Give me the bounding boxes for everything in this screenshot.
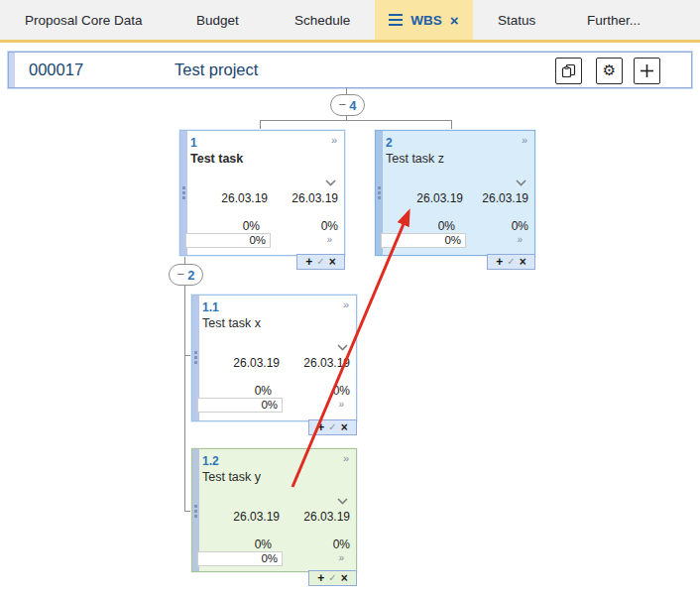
card-id: 1.2 — [202, 454, 219, 468]
header-grip-strip — [9, 53, 15, 87]
start-date: 26.03.19 — [192, 356, 280, 370]
wbs-card-1[interactable]: 1 » Test task 26.03.19 26.03.19 0% 0% 0%… — [179, 130, 345, 256]
percent-right: 0% — [333, 537, 350, 551]
connector-drop-card2 — [451, 120, 452, 130]
percent-input[interactable]: 0% — [381, 233, 466, 248]
connector-sub-trunk — [184, 284, 185, 511]
more-chevron-icon[interactable]: » — [343, 298, 349, 311]
more-chevron-icon[interactable]: » — [338, 552, 344, 564]
chevron-down-icon[interactable] — [516, 173, 526, 190]
card-title: Test task — [190, 152, 243, 166]
tab-wbs[interactable]: WBS × — [375, 0, 473, 40]
more-chevron-icon[interactable]: » — [343, 452, 349, 465]
start-date: 26.03.19 — [376, 191, 463, 205]
more-chevron-icon[interactable]: » — [522, 134, 527, 147]
connector-stub-card11 — [184, 355, 191, 356]
wbs-card-2[interactable]: 2 » Test task z 26.03.19 26.03.19 0% 0% … — [375, 130, 535, 256]
more-chevron-icon[interactable]: » — [326, 234, 332, 246]
paste-button[interactable] — [555, 58, 582, 84]
wbs-card-1-1[interactable]: 1.1 » Test task x 26.03.19 26.03.19 0% 0… — [191, 295, 357, 421]
collapse-minus: − — [339, 98, 347, 111]
tab-wbs-label: WBS — [410, 13, 442, 28]
delete-icon[interactable]: × — [341, 421, 348, 433]
card-id: 1.1 — [202, 300, 219, 314]
end-date: 26.03.19 — [303, 510, 350, 524]
percent-left: 0% — [192, 537, 272, 551]
percent-input[interactable]: 0% — [197, 398, 283, 413]
wbs-app-window: Proposal Core Data Budget Schedule WBS ×… — [0, 0, 700, 596]
tab-status[interactable]: Status — [498, 0, 535, 40]
delete-icon[interactable]: × — [520, 256, 526, 268]
chevron-down-icon[interactable] — [337, 491, 348, 509]
delete-icon[interactable]: × — [341, 572, 348, 584]
project-number: 000017 — [29, 60, 83, 79]
add-icon[interactable]: + — [317, 421, 324, 433]
add-node-button[interactable] — [634, 58, 660, 84]
chevron-down-icon[interactable] — [325, 173, 336, 190]
tab-bar: Proposal Core Data Budget Schedule WBS ×… — [0, 0, 700, 40]
connector-stub-card12 — [184, 511, 191, 512]
check-icon[interactable]: ✓ — [328, 422, 336, 432]
project-name: Test project — [175, 60, 258, 79]
collapse-minus: − — [177, 268, 185, 281]
connector-root-top — [346, 87, 347, 94]
connector-branch-horizontal — [260, 120, 452, 121]
percent-right: 0% — [512, 219, 528, 233]
collapse-pill-root[interactable]: − 4 — [330, 94, 365, 116]
card-id: 2 — [386, 136, 393, 150]
add-icon[interactable]: + — [496, 256, 503, 268]
more-chevron-icon[interactable]: » — [517, 234, 523, 246]
tab-proposal-core-data[interactable]: Proposal Core Data — [25, 0, 143, 40]
add-icon[interactable]: + — [317, 572, 324, 584]
card-id: 1 — [190, 136, 197, 150]
tab-underline — [0, 40, 700, 43]
collapse-count: 2 — [187, 269, 194, 282]
add-icon[interactable]: + — [305, 256, 312, 268]
check-icon[interactable]: ✓ — [328, 573, 336, 583]
end-date: 26.03.19 — [292, 191, 338, 205]
card-title: Test task z — [386, 152, 444, 166]
chevron-down-icon[interactable] — [337, 337, 348, 355]
collapse-count: 4 — [349, 99, 356, 112]
card-title: Test task x — [202, 316, 261, 330]
percent-input[interactable]: 0% — [185, 233, 271, 248]
card-2-toolbar[interactable]: + ✓ × — [487, 254, 535, 270]
percent-right: 0% — [321, 219, 338, 233]
card-title: Test task y — [202, 470, 261, 484]
hamburger-menu-icon[interactable] — [389, 14, 403, 27]
more-chevron-icon[interactable]: » — [338, 399, 344, 411]
project-header-bar: 000017 Test project ⚙ — [8, 52, 692, 88]
tab-further[interactable]: Further... — [587, 0, 641, 40]
gear-icon: ⚙ — [603, 63, 616, 78]
end-date: 26.03.19 — [303, 356, 350, 370]
tab-budget[interactable]: Budget — [196, 0, 239, 40]
start-date: 26.03.19 — [180, 191, 268, 205]
start-date: 26.03.19 — [192, 510, 280, 524]
connector-drop-card1 — [260, 120, 261, 130]
percent-left: 0% — [192, 384, 272, 398]
percent-input[interactable]: 0% — [197, 551, 283, 566]
percent-left: 0% — [376, 219, 455, 233]
percent-right: 0% — [333, 384, 350, 398]
card-1-1-toolbar[interactable]: + ✓ × — [308, 419, 357, 435]
end-date: 26.03.19 — [482, 191, 528, 205]
percent-left: 0% — [180, 219, 260, 233]
delete-icon[interactable]: × — [329, 256, 336, 268]
more-chevron-icon[interactable]: » — [331, 134, 337, 147]
check-icon[interactable]: ✓ — [316, 257, 324, 267]
paste-icon — [560, 62, 577, 79]
tab-schedule[interactable]: Schedule — [294, 0, 350, 40]
wbs-card-1-2[interactable]: 1.2 » Test task y 26.03.19 26.03.19 0% 0… — [191, 448, 357, 572]
card-1-2-toolbar[interactable]: + ✓ × — [308, 570, 357, 586]
settings-button[interactable]: ⚙ — [596, 58, 623, 84]
tab-close-icon[interactable]: × — [450, 13, 459, 28]
card-1-toolbar[interactable]: + ✓ × — [296, 254, 345, 270]
plus-icon — [639, 62, 655, 79]
collapse-pill-task1[interactable]: − 2 — [169, 264, 203, 286]
check-icon[interactable]: ✓ — [507, 257, 515, 267]
